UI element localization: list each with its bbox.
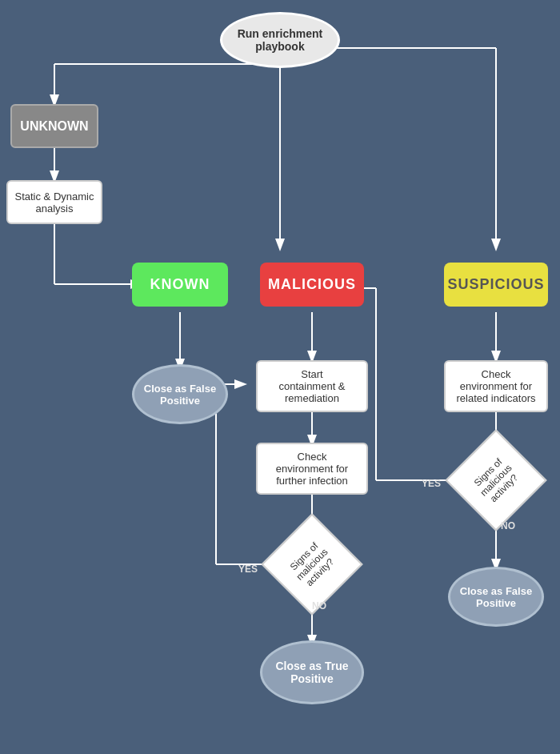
start-containment-node: Start containment & remediation [256, 360, 368, 412]
close-false-suspicious-label: Close as False Positive [460, 585, 532, 609]
signs-malicious1-container: Signs of malicious activity? [264, 528, 360, 600]
unknown-node: UNKNOWN [10, 104, 98, 148]
close-false-suspicious-node: Close as False Positive [448, 567, 544, 627]
close-true-label: Close as True Positive [275, 660, 348, 685]
check-related-node: Check environment for related indicators [444, 360, 548, 412]
close-false-known-node: Close as False Positive [132, 364, 228, 424]
no-label-diamond1: NO [312, 600, 326, 612]
static-dynamic-label: Static & Dynamic analysis [15, 191, 94, 215]
signs-malicious2-label: Signs of malicious activity? [437, 421, 555, 539]
known-label: KNOWN [150, 276, 210, 293]
check-further-label: Check environment for further infection [276, 451, 348, 487]
no-label-diamond2: NO [501, 520, 515, 531]
static-dynamic-node: Static & Dynamic analysis [6, 180, 102, 224]
suspicious-node: SUSPICIOUS [444, 263, 548, 307]
close-false-known-label: Close as False Positive [144, 383, 216, 407]
malicious-node: MALICIOUS [260, 263, 364, 307]
malicious-label: MALICIOUS [268, 276, 356, 293]
unknown-label: UNKNOWN [20, 119, 88, 134]
yes-label-diamond2: YES [422, 478, 441, 489]
known-node: KNOWN [132, 263, 228, 307]
start-containment-label: Start containment & remediation [278, 368, 345, 404]
run-enrichment-label: Run enrichment playbook [238, 27, 323, 53]
check-related-label: Check environment for related indicators [457, 368, 536, 404]
close-true-node: Close as True Positive [260, 640, 364, 704]
yes-label-diamond1: YES [238, 563, 258, 575]
check-further-node: Check environment for further infection [256, 443, 368, 495]
signs-malicious2-container: Signs of malicious activity? [448, 444, 544, 516]
run-enrichment-node: Run enrichment playbook [220, 12, 340, 68]
suspicious-label: SUSPICIOUS [447, 276, 544, 293]
